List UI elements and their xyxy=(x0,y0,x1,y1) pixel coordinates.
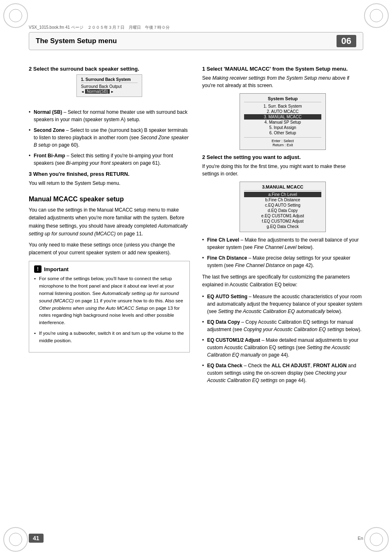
list-item: Second Zone – Select to use the (surroun… xyxy=(29,127,190,149)
right-step2-heading: 2 Select the setting you want to adjust. xyxy=(202,154,363,160)
corner-decoration-br xyxy=(364,527,389,552)
sys-item-4: 4. Manual SP Setup xyxy=(244,120,321,125)
bullet-term: EQ Data Copy xyxy=(207,319,240,325)
manual-mcacc-heading: Manual MCACC speaker setup xyxy=(29,196,190,203)
system-setup-display: System Setup 1. Surr. Back System 2. AUT… xyxy=(240,93,326,150)
step3-heading: 3 When you're finished, press RETURN. xyxy=(29,171,190,177)
man-item-e: e.EQ CUSTOM1 Adjust xyxy=(244,213,321,219)
man-item-a: a.Fine Ch Level xyxy=(244,192,321,197)
list-item: EQ AUTO Setting – Measure the acoustic c… xyxy=(202,293,363,315)
bullet-term: Normal (SB) xyxy=(34,109,62,115)
surround-back-display: 1. Surround Back System Surround Back Ou… xyxy=(76,74,142,97)
display-title: 1. Surround Back System xyxy=(81,77,138,83)
bullet-term: EQ AUTO Setting xyxy=(207,294,247,299)
page-footer: 41 En xyxy=(29,534,363,543)
step2-heading: 2 Select the surround back speaker setti… xyxy=(29,66,190,72)
important-title: ! Important xyxy=(34,265,184,273)
sys-item-6: 6. Other Setup xyxy=(244,130,321,136)
arrow-left-icon xyxy=(81,89,84,94)
file-path: VSX_1015.book.fm 41 ページ ２００５年３月７日 月曜日 午後… xyxy=(29,25,363,30)
last-five-intro: The last five settings are specifically … xyxy=(202,273,363,289)
sys-display-footer: Enter : SelectReturn : Exit xyxy=(244,137,321,147)
man-display-title: 3.MANUAL MCACC xyxy=(244,184,321,191)
corner-decoration-tr xyxy=(364,3,389,28)
right-step1-heading: 1 Select 'MANUAL MCACC' from the System … xyxy=(202,66,363,72)
list-item: Fine Ch Level – Make fine adjustments to… xyxy=(202,236,363,251)
system-display-wrapper: System Setup 1. Surr. Back System 2. AUT… xyxy=(202,93,363,150)
mcacc-body2: You only need to make these settings onc… xyxy=(29,241,190,257)
sys-item-2: 2. AUTO MCACC xyxy=(244,109,321,114)
list-item: Fine Ch Distance – Make precise delay se… xyxy=(202,254,363,269)
warning-icon: ! xyxy=(34,265,42,273)
display-value-row: Normal(SB) xyxy=(81,89,138,94)
man-item-d: d.EQ Data Copy xyxy=(244,208,321,213)
surround-bullets: Normal (SB) – Select for normal home the… xyxy=(29,108,190,167)
page-number: 41 xyxy=(29,534,44,543)
bullet-term: Fine Ch Level xyxy=(207,237,239,243)
sys-display-title: System Setup xyxy=(244,96,321,102)
page-lang: En xyxy=(358,536,363,541)
corner-decoration-tl xyxy=(3,3,28,28)
man-item-g: g.EQ Data Check xyxy=(244,224,321,229)
page-header: VSX_1015.book.fm 41 ページ ２００５年３月７日 月曜日 午後… xyxy=(29,25,363,50)
display-label: Surround Back Output xyxy=(81,84,122,89)
corner-decoration-bl xyxy=(3,527,28,552)
bullet-term: EQ Data Check xyxy=(207,363,242,368)
right-column: 1 Select 'MANUAL MCACC' from the System … xyxy=(202,66,363,388)
important-list: For some of the settings below, you'll h… xyxy=(34,275,184,344)
list-item: Normal (SB) – Select for normal home the… xyxy=(29,108,190,123)
two-columns: 2 Select the surround back speaker setti… xyxy=(29,66,363,388)
display-box-wrapper: 1. Surround Back System Surround Back Ou… xyxy=(29,74,190,103)
section-title: The System Setup menu xyxy=(36,37,117,45)
right-bullets-main: Fine Ch Level – Make fine adjustments to… xyxy=(202,236,363,269)
bullet-term: Second Zone xyxy=(34,127,65,133)
manual-mcacc-display: 3.MANUAL MCACC a.Fine Ch Level b.Fine Ch… xyxy=(240,182,326,232)
manual-display-wrapper: 3.MANUAL MCACC a.Fine Ch Level b.Fine Ch… xyxy=(202,182,363,232)
man-item-c: c.EQ AUTO Setting xyxy=(244,203,321,208)
right-step2-subtext: If you're doing this for the first time,… xyxy=(202,163,363,177)
display-row: Surround Back Output xyxy=(81,84,138,89)
sys-item-5: 5. Input Assign xyxy=(244,125,321,130)
important-label: Important xyxy=(44,266,69,272)
important-box: ! Important For some of the settings bel… xyxy=(29,261,190,352)
display-value: Normal(SB) xyxy=(85,89,110,94)
right-bullets-eq: EQ AUTO Setting – Measure the acoustic c… xyxy=(202,293,363,384)
list-item: EQ CUSTOM1/2 Adjust – Make detailed manu… xyxy=(202,336,363,359)
list-item: If you're using a subwoofer, switch it o… xyxy=(34,330,184,345)
list-item: EQ Data Copy – Copy Acoustic Calibration… xyxy=(202,318,363,333)
mcacc-body1: You can use the settings in the Manual M… xyxy=(29,206,190,238)
bullet-term: EQ CUSTOM1/2 Adjust xyxy=(207,337,260,343)
man-item-b: b.Fine Ch Distance xyxy=(244,197,321,203)
main-content: 2 Select the surround back speaker setti… xyxy=(29,66,363,522)
sys-item-1: 1. Surr. Back System xyxy=(244,104,321,109)
sys-item-3-highlighted: 3. MANUAL MCACC xyxy=(244,114,321,120)
list-item: Front Bi-Amp – Select this setting if yo… xyxy=(29,152,190,167)
bullet-term: Front Bi-Amp xyxy=(34,153,65,159)
section-header: The System Setup menu 06 xyxy=(29,32,363,50)
arrow-right-icon xyxy=(111,89,114,94)
chapter-number: 06 xyxy=(337,35,356,47)
left-column: 2 Select the surround back speaker setti… xyxy=(29,66,190,388)
list-item: EQ Data Check – Check the ALL CH ADJUST,… xyxy=(202,362,363,384)
right-step1-subtext: See Making receiver settings from the Sy… xyxy=(202,74,363,89)
man-item-f: f.EQ CUSTOM2 Adjust xyxy=(244,219,321,224)
step3-text: You will return to the System Setup menu… xyxy=(29,180,190,187)
list-item: For some of the settings below, you'll h… xyxy=(34,275,184,327)
bullet-term: Fine Ch Distance xyxy=(207,255,247,261)
